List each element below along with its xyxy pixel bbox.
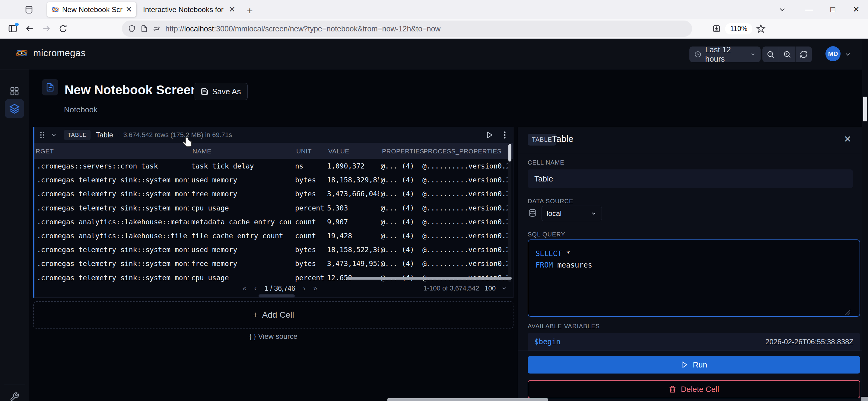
cell-value: 18,158,522,368 [327,246,379,254]
table-row[interactable]: .cromegas_analytics::lakehouse::file_cac… [34,229,509,242]
cell-process-properties: @..........version0.21.0 ( [423,162,507,170]
back-button-icon[interactable] [25,24,34,33]
cell-target: .cromegas_telemetry_sink::system_monitor [37,274,189,282]
cell-name: used_memory [191,246,292,254]
reload-button-icon[interactable] [59,24,68,33]
browser-tab-active[interactable]: New Notebook Screen - Micron ✕ [47,2,136,17]
forward-button-icon[interactable] [42,24,51,33]
column-header[interactable]: UNIT [296,148,312,155]
firefox-view-icon[interactable] [22,4,36,16]
app-header: micromegas Last 12 hours MD [0,39,868,69]
table-row[interactable]: .cromegas_telemetry_sink::system_monitor… [34,173,509,187]
column-header[interactable]: VALUE [328,148,349,155]
run-cell-play-icon[interactable] [486,131,493,139]
window-close-button[interactable]: ✕ [844,5,868,14]
drag-handle-icon[interactable] [39,131,45,139]
next-page-button[interactable]: › [303,284,306,293]
zoom-in-time-icon[interactable] [779,50,795,59]
cell-name: cpu_usage [191,274,292,282]
cell-name: used_memory [191,176,292,184]
play-icon [681,361,688,369]
window-scrollbar-thumb[interactable] [863,97,867,121]
column-header[interactable]: NAME [192,148,212,155]
column-header[interactable]: RGET [36,148,54,155]
data-source-select[interactable]: local [541,206,602,221]
table-vertical-scrollbar-track[interactable] [508,143,512,282]
cell-menu-kebab-icon[interactable] [503,131,506,139]
notification-dot [15,23,19,26]
last-page-button[interactable]: » [313,284,317,293]
time-range-label: Last 12 hours [705,45,746,64]
shield-icon[interactable] [128,25,136,33]
collapse-chevron-icon[interactable] [50,131,57,139]
panel-close-icon[interactable]: ✕ [844,134,851,144]
micromegas-logo-icon [15,47,28,59]
column-header[interactable]: PROCESS_PROPERTIES [424,148,501,155]
first-page-button[interactable]: « [243,284,247,293]
window-maximize-button[interactable]: □ [821,5,844,14]
permissions-icon[interactable] [153,25,160,33]
window-minimize-button[interactable]: — [797,5,821,14]
delete-cell-button[interactable]: Delete Cell [528,380,860,398]
panel-header: TABLE Table ✕ [518,127,862,154]
cell-properties: @... (4) [381,260,421,267]
table-row[interactable]: .cromegas::servers::cron_task task_tick_… [34,159,509,173]
sql-query-editor[interactable]: SELECT * FROM measures [528,239,860,317]
tab-close-icon[interactable]: ✕ [125,5,132,14]
user-menu-chevron-icon[interactable] [844,51,851,58]
table-row[interactable]: .cromegas_analytics::lakehouse::metadata… [34,215,509,229]
cell-target: .cromegas_telemetry_sink::system_monitor [37,246,189,254]
column-header[interactable]: PROPERTIES [382,148,424,155]
cell-name-input[interactable]: Table [528,169,853,188]
brand[interactable]: micromegas [15,47,86,59]
refresh-icon[interactable] [796,50,812,59]
card-horizontal-scrollbar-thumb[interactable] [258,294,295,297]
user-avatar[interactable]: MD [826,46,841,61]
database-icon [528,208,537,218]
cell-name: file_cache_entry_count [191,232,292,240]
page-info-icon[interactable] [141,25,148,32]
table-row[interactable]: .cromegas_telemetry_sink::system_monitor… [34,270,509,283]
sidebar-toggle-icon[interactable] [8,24,18,33]
save-as-button[interactable]: Save As [194,83,248,100]
run-button[interactable]: Run [528,356,860,374]
downloads-icon[interactable] [712,24,721,33]
page-size-chevron-icon[interactable] [501,285,507,291]
table-row[interactable]: .cromegas_telemetry_sink::system_monitor… [34,256,509,270]
table-row[interactable]: .cromegas_telemetry_sink::system_monitor… [34,187,509,200]
bookmark-star-icon[interactable] [756,24,766,33]
table-row[interactable]: .cromegas_telemetry_sink::system_monitor… [34,201,509,215]
view-source-button[interactable]: { } View source [33,332,514,341]
list-tabs-chevron-icon[interactable] [778,5,786,14]
grid-icon [10,86,19,96]
page-title: New Notebook Screen [65,83,198,97]
brand-name: micromegas [33,48,86,59]
browser-tab-inactive[interactable]: Interactive Notebooks for Observab ✕ [140,2,239,17]
time-range-selector[interactable]: Last 12 hours [689,47,761,62]
window-scrollbar-track[interactable] [862,39,868,401]
sidebar-item-dashboards[interactable] [5,82,24,101]
cell-name: free_memory [191,260,292,267]
sidebar-item-tools[interactable] [5,387,24,401]
cell-header: TABLE Table · 3,674,542 rows (175.2 MB) … [34,127,513,143]
variable-row[interactable]: $begin 2026-02-26T06:55:38.838Z [528,333,860,350]
add-cell-button[interactable]: + Add Cell [33,302,514,328]
url-bar[interactable]: http://localhost:3000/mmlocal/screen/new… [122,21,692,37]
cell-target: .cromegas_telemetry_sink::system_monitor [37,260,189,267]
page-size-value[interactable]: 100 [485,284,496,292]
cell-editor-panel: TABLE Table ✕ CELL NAME Table DATA SOURC… [518,127,862,401]
available-variables-label: AVAILABLE VARIABLES [528,323,600,330]
variable-name: $begin [534,338,561,346]
cell-value: 3,473,666,048 [327,190,379,198]
resize-handle-icon[interactable] [843,308,850,315]
table-column-headers: RGET NAME UNIT VALUE PROPERTIES PROCESS_… [34,143,513,159]
zoom-out-time-icon[interactable] [763,50,779,59]
tab-close-icon[interactable]: ✕ [229,5,235,14]
table-vertical-scrollbar-thumb[interactable] [508,144,512,162]
prev-page-button[interactable]: ‹ [254,284,257,293]
table-row[interactable]: .cromegas_telemetry_sink::system_monitor… [34,242,509,256]
zoom-level-badge[interactable]: 110% [725,23,752,34]
table-horizontal-scrollbar-overlay[interactable] [346,277,512,280]
sidebar-item-notebooks[interactable] [5,99,24,118]
new-tab-button[interactable]: + [247,5,253,17]
